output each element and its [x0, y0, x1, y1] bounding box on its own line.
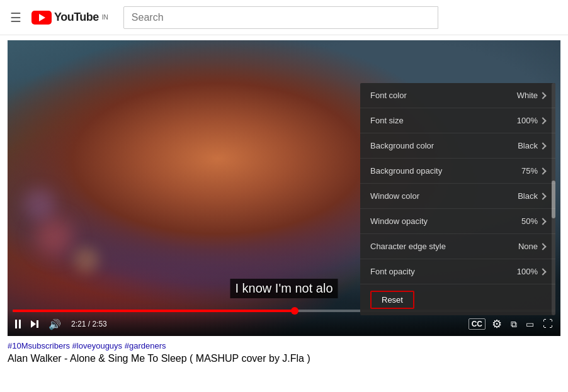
hashtags[interactable]: #10Msubscribers #loveyouguys #gardeners: [8, 341, 560, 350]
progress-knob[interactable]: [291, 307, 298, 315]
chevron-right-icon: [539, 193, 546, 199]
panel-scrollbar-thumb: [552, 181, 555, 218]
font-opacity-label: Font opacity: [370, 267, 415, 276]
edge-style-label: Character edge style: [370, 242, 446, 251]
chevron-right-icon: [539, 142, 546, 149]
chevron-right-icon: [539, 92, 546, 99]
skip-icon: [31, 320, 38, 328]
pause-icon: [15, 320, 21, 328]
volume-button[interactable]: 🔊: [46, 317, 64, 332]
video-title: Alan Walker - Alone & Sing Me To Sleep (…: [8, 353, 560, 364]
window-color-value: Black: [518, 191, 545, 201]
miniplayer-button[interactable]: ⧉: [508, 318, 520, 331]
caption-row-font-opacity[interactable]: Font opacity 100%: [360, 259, 555, 284]
settings-button[interactable]: ⚙: [489, 316, 504, 332]
skip-button[interactable]: [28, 319, 41, 329]
caption-row-font-color[interactable]: Font color White: [360, 83, 555, 108]
time-display: 2:21 / 2:53: [71, 320, 107, 328]
chevron-right-icon: [539, 268, 546, 275]
video-container: I know I'm not alo Font color White Font…: [8, 40, 560, 336]
yt-logo-icon: [31, 11, 52, 25]
panel-scrollbar[interactable]: [552, 83, 555, 315]
window-color-label: Window color: [370, 191, 419, 201]
bg-color-value: Black: [518, 141, 545, 150]
time-total: 2:53: [92, 320, 106, 328]
font-size-value: 100%: [517, 116, 545, 125]
chevron-right-icon: [539, 218, 546, 225]
caption-row-window-color[interactable]: Window color Black: [360, 184, 555, 209]
window-opacity-label: Window opacity: [370, 216, 428, 226]
font-color-label: Font color: [370, 91, 407, 100]
controls-row: 🔊 2:21 / 2:53 CC ⚙ ⧉ ▭ ⛶: [13, 316, 555, 332]
menu-icon[interactable]: ☰: [10, 10, 21, 25]
chevron-right-icon: [539, 243, 546, 250]
caption-row-bg-opacity[interactable]: Background opacity 75%: [360, 159, 555, 184]
youtube-logo[interactable]: YouTubeIN: [31, 11, 108, 25]
yt-logo-text: YouTube: [54, 11, 99, 24]
reset-button[interactable]: Reset: [370, 291, 414, 309]
chevron-right-icon: [539, 167, 546, 174]
font-opacity-value: 100%: [517, 267, 545, 276]
video-thumbnail: I know I'm not alo Font color White Font…: [8, 40, 560, 336]
progress-fill: [13, 310, 295, 312]
bokeh-light-1: [35, 218, 73, 255]
header: ☰ YouTubeIN: [0, 0, 568, 35]
edge-style-value: None: [518, 242, 545, 251]
chevron-right-icon: [539, 117, 546, 124]
font-color-value: White: [517, 91, 545, 100]
bg-opacity-label: Background opacity: [370, 166, 442, 176]
time-current: 2:21: [71, 320, 86, 328]
logo-container: YouTubeIN: [31, 11, 108, 25]
caption-row-edge-style[interactable]: Character edge style None: [360, 234, 555, 259]
bg-opacity-value: 75%: [521, 166, 545, 176]
reset-row: Reset: [360, 284, 555, 315]
cc-button[interactable]: CC: [469, 318, 486, 330]
theater-button[interactable]: ▭: [523, 318, 537, 330]
video-meta: #10Msubscribers #loveyouguys #gardeners …: [8, 341, 560, 364]
search-input[interactable]: [123, 6, 438, 29]
play-pause-button[interactable]: [13, 318, 23, 330]
caption-row-font-size[interactable]: Font size 100%: [360, 108, 555, 133]
yt-play-triangle: [39, 14, 45, 21]
bg-color-label: Background color: [370, 141, 434, 150]
yt-country-code: IN: [102, 14, 108, 21]
controls-right: CC ⚙ ⧉ ▭ ⛶: [469, 316, 555, 332]
caption-panel: Font color White Font size 100% Backgrou…: [360, 83, 555, 315]
bokeh-light-3: [24, 188, 55, 220]
caption-row-window-opacity[interactable]: Window opacity 50%: [360, 209, 555, 234]
window-opacity-value: 50%: [521, 216, 545, 226]
caption-row-bg-color[interactable]: Background color Black: [360, 133, 555, 159]
font-size-label: Font size: [370, 116, 404, 125]
fullscreen-button[interactable]: ⛶: [540, 317, 555, 331]
subtitle-text: I know I'm not alo: [230, 279, 338, 298]
